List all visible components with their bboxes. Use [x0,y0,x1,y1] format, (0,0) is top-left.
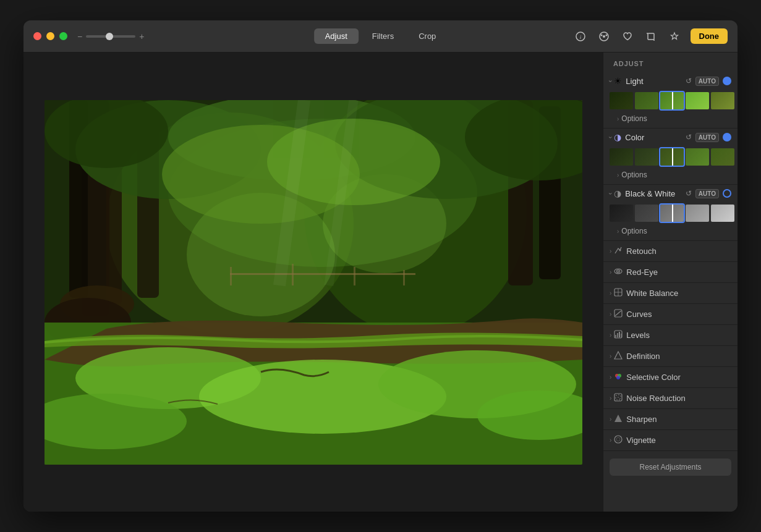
bw-thumb-4[interactable] [686,205,709,222]
minimize-button[interactable] [46,32,54,40]
close-button[interactable] [33,32,41,40]
reset-adjustments-button[interactable]: Reset Adjustments [610,458,731,476]
chevron-curves: › [610,311,611,318]
section-bw-header[interactable]: › ◑ Black & White ↺ AUTO [603,185,738,202]
photo-container [45,100,582,465]
vignette-label: Vignette [626,436,731,445]
section-sharpen[interactable]: › Sharpen [603,409,738,430]
red-eye-label: Red-Eye [626,268,731,277]
color-undo-icon[interactable]: ↺ [686,133,692,141]
chevron-light: › [607,80,614,82]
light-options-row[interactable]: › Options [603,113,738,128]
info-button[interactable]: i [573,29,588,44]
svg-rect-51 [621,334,622,337]
magic-button[interactable] [667,29,682,44]
color-thumb-2[interactable] [635,148,658,166]
color-thumb-5[interactable] [711,148,734,166]
zoom-minus-button[interactable]: − [77,32,82,41]
bw-thumb-3[interactable] [660,205,684,222]
section-definition[interactable]: › Definition [603,346,738,367]
white-balance-label: White Balance [626,289,731,298]
chevron-noise-reduction: › [610,395,611,402]
color-options-row[interactable]: › Options [603,169,738,184]
color-thumbnails [603,146,738,169]
svg-point-4 [600,34,602,36]
light-thumb-5[interactable] [711,92,734,109]
chevron-red-eye: › [610,269,611,276]
svg-point-3 [603,35,605,38]
section-retouch[interactable]: › Retouch [603,241,738,262]
done-button[interactable]: Done [691,28,728,44]
light-toggle[interactable] [723,77,731,85]
color-thumb-4[interactable] [686,148,709,166]
chevron-sharpen: › [610,416,611,423]
svg-point-39 [619,250,621,251]
color-thumb-1[interactable] [610,148,633,166]
light-thumb-1[interactable] [610,92,633,109]
svg-point-62 [617,399,618,400]
chevron-color: › [607,136,614,138]
svg-rect-28 [230,273,415,275]
chevron-levels: › [610,332,611,339]
noise-reduction-label: Noise Reduction [626,394,731,403]
section-levels[interactable]: › Levels [603,325,738,346]
tab-crop[interactable]: Crop [407,28,447,44]
traffic-lights [33,32,67,40]
levels-label: Levels [626,331,731,340]
zoom-thumb [106,33,113,40]
svg-rect-32 [403,270,405,285]
tab-adjust[interactable]: Adjust [314,28,359,44]
bw-undo-icon[interactable]: ↺ [686,189,692,198]
svg-rect-31 [354,267,355,285]
zoom-slider[interactable] [86,35,135,38]
svg-text:i: i [579,34,581,40]
titlebar-actions: i [573,28,728,44]
bw-options-row[interactable]: › Options [603,226,738,240]
bw-thumb-2[interactable] [635,205,658,222]
light-undo-icon[interactable]: ↺ [686,77,692,85]
tab-filters[interactable]: Filters [361,28,405,44]
section-color: › ◑ Color ↺ AUTO [603,129,738,185]
maximize-button[interactable] [59,32,67,40]
photo-area [23,53,603,512]
bw-label: Black & White [625,189,686,198]
zoom-plus-button[interactable]: + [139,32,144,41]
bw-thumb-5[interactable] [711,205,734,222]
options-chevron-light: › [617,116,619,122]
sharpen-label: Sharpen [626,415,731,424]
selective-color-icon [614,372,623,382]
svg-rect-6 [648,33,654,40]
section-selective-color[interactable]: › Selective Color [603,367,738,388]
section-light: › ☀ Light ↺ AUTO [603,72,738,129]
light-thumb-4[interactable] [686,92,709,109]
options-chevron-bw: › [617,228,619,235]
favorite-button[interactable] [620,29,635,44]
color-toggle[interactable] [723,133,731,141]
bw-thumb-1[interactable] [610,205,633,222]
color-controls: ↺ AUTO [686,133,731,142]
svg-point-65 [616,437,620,441]
light-thumb-2[interactable] [635,92,658,109]
light-auto-badge[interactable]: AUTO [695,77,719,86]
bw-auto-badge[interactable]: AUTO [695,189,719,198]
light-thumb-3[interactable] [660,92,684,109]
section-red-eye[interactable]: › Red-Eye [603,262,738,283]
section-color-header[interactable]: › ◑ Color ↺ AUTO [603,129,738,146]
color-label: Color [625,133,686,142]
section-noise-reduction[interactable]: › Noise Reduction [603,388,738,409]
color-auto-badge[interactable]: AUTO [695,133,719,142]
section-curves[interactable]: › Curves [603,304,738,325]
share-button[interactable] [597,29,611,44]
curves-icon [614,309,623,319]
svg-rect-30 [292,264,294,285]
section-white-balance[interactable]: › White Balance [603,283,738,304]
bw-toggle[interactable] [723,189,731,198]
definition-label: Definition [626,352,731,361]
section-light-header[interactable]: › ☀ Light ↺ AUTO [603,72,738,90]
svg-rect-49 [617,333,618,337]
sidebar-title: ADJUST [603,53,738,72]
crop-icon-button[interactable] [644,29,658,44]
color-thumb-3[interactable] [660,148,684,166]
section-vignette[interactable]: › Vignette [603,430,738,451]
svg-rect-29 [230,267,232,285]
